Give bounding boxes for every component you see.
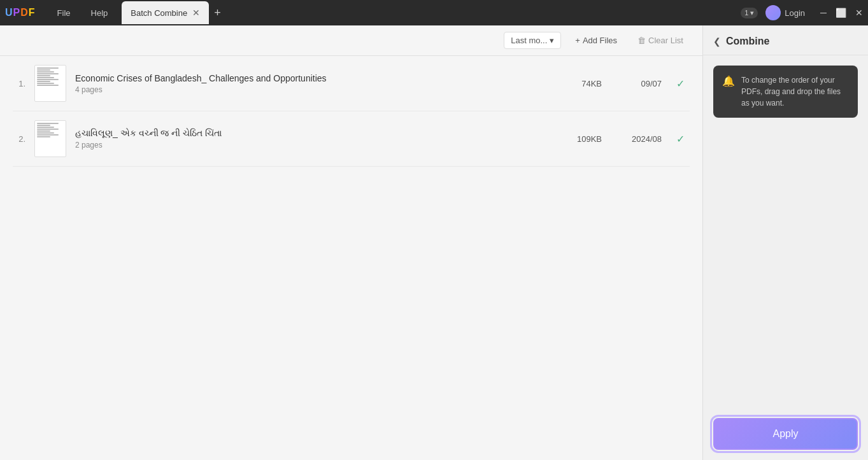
panel-footer: Apply: [703, 408, 868, 460]
tab-add-button[interactable]: +: [214, 6, 221, 20]
user-avatar: [765, 5, 781, 20]
thumb-line: [37, 129, 59, 130]
tab-close-icon[interactable]: ✕: [192, 8, 200, 17]
file-date: 2024/08: [611, 134, 662, 144]
version-badge[interactable]: 1 ▾: [741, 8, 758, 18]
file-check-icon: ✓: [671, 133, 690, 145]
file-list: 1. Economic Crises of Bangladesh_ Challe…: [0, 56, 702, 460]
tab-batch-combine[interactable]: Batch Combine ✕: [122, 1, 209, 24]
thumb-line: [37, 134, 59, 136]
thumb-line: [37, 73, 59, 74]
nav-help[interactable]: Help: [82, 6, 117, 20]
sort-chevron-icon: ▾: [550, 36, 554, 45]
file-pages: 4 pages: [75, 85, 542, 94]
file-toolbar: Last mo... ▾ + Add Files 🗑 Clear List: [0, 25, 702, 56]
combine-panel: ❮ Combine 🔔 To change the order of your …: [702, 25, 868, 460]
thumb-line: [37, 67, 59, 69]
info-text: To change the order of your PDFs, drag a…: [741, 74, 849, 109]
add-files-plus-icon: +: [575, 36, 580, 45]
panel-header: ❮ Combine: [703, 25, 868, 55]
thumb-line: [37, 125, 50, 126]
thumb-line: [37, 79, 59, 80]
file-check-icon: ✓: [671, 78, 690, 90]
info-box: 🔔 To change the order of your PDFs, drag…: [713, 66, 858, 118]
thumb-line: [37, 77, 54, 78]
main-layout: Last mo... ▾ + Add Files 🗑 Clear List 1.: [0, 25, 868, 460]
tab-bar: Batch Combine ✕ +: [122, 1, 220, 24]
clear-list-button[interactable]: 🗑 Clear List: [631, 32, 690, 48]
thumb-line: [37, 130, 50, 132]
window-controls: ─ ⬜ ✕: [820, 8, 863, 18]
login-label: Login: [785, 8, 805, 18]
thumb-line: [37, 136, 50, 137]
thumb-line: [37, 81, 50, 82]
file-number: 1.: [13, 79, 25, 88]
table-row[interactable]: 2. હચાવિલૂણ_ એક વચ્ની જ ની ચેઠિત ચિંતા 2…: [13, 111, 690, 167]
file-thumbnail: [34, 120, 66, 157]
thumb-line: [37, 71, 54, 73]
close-button[interactable]: ✕: [855, 8, 863, 18]
table-row[interactable]: 1. Economic Crises of Bangladesh_ Challe…: [13, 56, 690, 111]
thumb-line: [37, 69, 50, 71]
thumb-line: [37, 75, 50, 76]
file-info: Economic Crises of Bangladesh_ Challenge…: [75, 73, 542, 94]
thumb-line: [37, 123, 59, 124]
file-thumbnail: [34, 65, 66, 102]
thumb-line: [37, 85, 59, 86]
nav-bar: File Help: [48, 6, 117, 20]
panel-body: 🔔 To change the order of your PDFs, drag…: [703, 55, 868, 408]
nav-file[interactable]: File: [48, 6, 80, 20]
add-files-button[interactable]: + Add Files: [569, 32, 623, 48]
bell-icon: 🔔: [722, 75, 735, 109]
app-logo: UPDF: [5, 7, 36, 18]
content-area: Last mo... ▾ + Add Files 🗑 Clear List 1.: [0, 25, 702, 460]
clear-list-label: Clear List: [648, 36, 683, 45]
panel-collapse-icon[interactable]: ❮: [713, 36, 721, 46]
trash-icon: 🗑: [637, 36, 646, 45]
file-name: Economic Crises of Bangladesh_ Challenge…: [75, 73, 542, 83]
titlebar-right: 1 ▾ Login ─ ⬜ ✕: [741, 5, 863, 20]
sort-label: Last mo...: [511, 36, 547, 45]
thumb-line: [37, 132, 54, 134]
add-files-label: Add Files: [583, 36, 617, 45]
thumb-line: [37, 127, 54, 128]
file-date: 09/07: [611, 79, 662, 88]
apply-button[interactable]: Apply: [713, 418, 858, 450]
minimize-button[interactable]: ─: [820, 8, 827, 18]
panel-title: Combine: [726, 36, 769, 47]
file-size: 109KB: [551, 134, 602, 144]
file-number: 2.: [13, 134, 25, 144]
titlebar: UPDF File Help Batch Combine ✕ + 1 ▾ Log…: [0, 0, 868, 25]
thumb-line: [37, 83, 54, 84]
login-button[interactable]: Login: [765, 5, 805, 20]
sort-button[interactable]: Last mo... ▾: [504, 32, 561, 49]
file-size: 74KB: [551, 79, 602, 88]
maximize-button[interactable]: ⬜: [836, 8, 846, 18]
file-pages: 2 pages: [75, 141, 542, 150]
file-name: હચાવિલૂણ_ એક વચ્ની જ ની ચેઠિત ચિંતા: [75, 128, 542, 139]
tab-label: Batch Combine: [131, 8, 187, 18]
file-info: હચાવિલૂણ_ એક વચ્ની જ ની ચેઠિત ચિંતા 2 pa…: [75, 128, 542, 150]
